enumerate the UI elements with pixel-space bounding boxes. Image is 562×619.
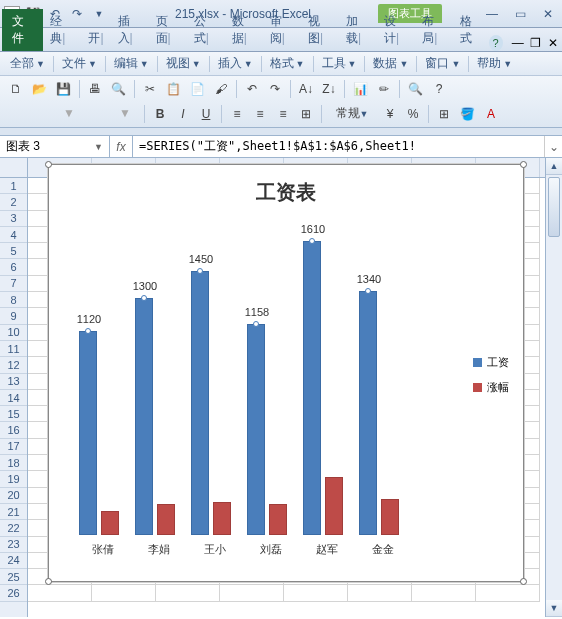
bar-series-2[interactable] bbox=[325, 477, 343, 535]
tab-design[interactable]: 设计| bbox=[377, 9, 415, 51]
file-tab[interactable]: 文件 bbox=[2, 9, 43, 51]
row-header[interactable]: 20 bbox=[0, 488, 27, 504]
align-right-icon[interactable]: ≡ bbox=[273, 104, 293, 124]
row-header[interactable]: 4 bbox=[0, 227, 27, 243]
cell[interactable] bbox=[284, 585, 348, 601]
row-header[interactable]: 24 bbox=[0, 553, 27, 569]
menu-edit[interactable]: 编辑 ▼ bbox=[110, 55, 153, 72]
percent-icon[interactable]: % bbox=[403, 104, 423, 124]
row-header[interactable]: 22 bbox=[0, 520, 27, 536]
resize-handle-icon[interactable] bbox=[520, 161, 527, 168]
row-header[interactable]: 6 bbox=[0, 259, 27, 275]
row-header[interactable]: 12 bbox=[0, 357, 27, 373]
close-button[interactable]: ✕ bbox=[538, 6, 558, 22]
row-header[interactable]: 19 bbox=[0, 471, 27, 487]
scroll-up-icon[interactable]: ▲ bbox=[546, 158, 562, 175]
bar-series-1[interactable] bbox=[135, 298, 153, 535]
copy-icon[interactable]: 📋 bbox=[163, 79, 184, 99]
chart-icon[interactable]: 📊 bbox=[350, 79, 371, 99]
row-header[interactable]: 21 bbox=[0, 504, 27, 520]
row-header[interactable]: 23 bbox=[0, 537, 27, 553]
resize-handle-icon[interactable] bbox=[520, 578, 527, 585]
menu-help[interactable]: 帮助 ▼ bbox=[473, 55, 516, 72]
tab-data[interactable]: 数据| bbox=[225, 9, 263, 51]
print-icon[interactable]: 🖶 bbox=[85, 79, 105, 99]
legend-item[interactable]: 涨幅 bbox=[473, 380, 509, 395]
tab-view[interactable]: 视图| bbox=[301, 9, 339, 51]
bar-series-2[interactable] bbox=[269, 504, 287, 535]
help-icon[interactable]: ? bbox=[489, 35, 503, 51]
row-header[interactable]: 1 bbox=[0, 178, 27, 194]
select-all-corner[interactable] bbox=[0, 158, 27, 178]
cell[interactable] bbox=[348, 585, 412, 601]
sort-desc-icon[interactable]: Z↓ bbox=[319, 79, 339, 99]
cell[interactable] bbox=[220, 585, 284, 601]
row-header[interactable]: 18 bbox=[0, 455, 27, 471]
italic-icon[interactable]: I bbox=[173, 104, 193, 124]
chart-legend[interactable]: 工资 涨幅 bbox=[473, 355, 509, 405]
row-header[interactable]: 7 bbox=[0, 276, 27, 292]
tab-home[interactable]: 开| bbox=[81, 26, 110, 51]
row-header[interactable]: 25 bbox=[0, 569, 27, 585]
font-selector[interactable]: ▼ bbox=[6, 104, 96, 124]
chart-title[interactable]: 工资表 bbox=[49, 165, 523, 214]
legend-item[interactable]: 工资 bbox=[473, 355, 509, 370]
underline-icon[interactable]: U bbox=[196, 104, 216, 124]
bar-series-2[interactable] bbox=[213, 502, 231, 535]
resize-handle-icon[interactable] bbox=[45, 161, 52, 168]
row-header[interactable]: 3 bbox=[0, 211, 27, 227]
tab-insert[interactable]: 插入| bbox=[111, 9, 149, 51]
name-box-dropdown-icon[interactable]: ▼ bbox=[94, 142, 103, 152]
workbook-restore-button[interactable]: ❐ bbox=[527, 35, 545, 51]
bar-series-2[interactable] bbox=[101, 511, 119, 535]
qat-dropdown-icon[interactable]: ▼ bbox=[90, 5, 108, 23]
open-icon[interactable]: 📂 bbox=[29, 79, 50, 99]
row-header[interactable]: 15 bbox=[0, 406, 27, 422]
scroll-down-icon[interactable]: ▼ bbox=[546, 600, 562, 617]
workbook-minimize-button[interactable]: — bbox=[509, 35, 527, 51]
name-box[interactable]: 图表 3 ▼ bbox=[0, 136, 110, 157]
drawing-icon[interactable]: ✏ bbox=[374, 79, 394, 99]
bar-series-1[interactable] bbox=[303, 241, 321, 535]
align-left-icon[interactable]: ≡ bbox=[227, 104, 247, 124]
bar-series-1[interactable] bbox=[359, 291, 377, 535]
row-header[interactable]: 16 bbox=[0, 422, 27, 438]
row-header[interactable]: 11 bbox=[0, 341, 27, 357]
menu-window[interactable]: 窗口 ▼ bbox=[421, 55, 464, 72]
menu-file[interactable]: 文件 ▼ bbox=[58, 55, 101, 72]
cell[interactable] bbox=[156, 585, 220, 601]
resize-handle-icon[interactable] bbox=[45, 578, 52, 585]
formula-input[interactable] bbox=[133, 136, 544, 157]
cell[interactable] bbox=[92, 585, 156, 601]
tab-layout[interactable]: 布局| bbox=[415, 9, 453, 51]
vertical-scrollbar[interactable]: ▲ ▼ bbox=[545, 158, 562, 617]
new-icon[interactable]: 🗋 bbox=[6, 79, 26, 99]
format-painter-icon[interactable]: 🖌 bbox=[211, 79, 231, 99]
maximize-button[interactable]: ▭ bbox=[510, 6, 530, 22]
zoom-icon[interactable]: 🔍 bbox=[405, 79, 426, 99]
menu-all[interactable]: 全部 ▼ bbox=[6, 55, 49, 72]
merge-cells-icon[interactable]: ⊞ bbox=[296, 104, 316, 124]
fx-icon[interactable]: fx bbox=[110, 140, 132, 154]
row-header[interactable]: 5 bbox=[0, 243, 27, 259]
redo-button-icon[interactable]: ↷ bbox=[265, 79, 285, 99]
chart-plot-area[interactable]: 1120张倩1300李娟1450王小1158刘磊1610赵军1340金金 bbox=[69, 225, 429, 535]
font-size-selector[interactable]: ▼ bbox=[99, 104, 139, 124]
cell[interactable] bbox=[412, 585, 476, 601]
tab-review[interactable]: 审阅| bbox=[263, 9, 301, 51]
formula-expand-icon[interactable]: ⌄ bbox=[544, 136, 562, 157]
print-preview-icon[interactable]: 🔍 bbox=[108, 79, 129, 99]
cell[interactable] bbox=[476, 585, 540, 601]
number-format-selector[interactable]: 常规 ▼ bbox=[327, 104, 377, 124]
tab-page-layout[interactable]: 页面| bbox=[149, 9, 187, 51]
menu-tools[interactable]: 工具 ▼ bbox=[318, 55, 361, 72]
currency-icon[interactable]: ¥ bbox=[380, 104, 400, 124]
cell[interactable] bbox=[28, 585, 92, 601]
bar-series-1[interactable] bbox=[79, 331, 97, 535]
font-color-icon[interactable]: A bbox=[481, 104, 501, 124]
row-header[interactable]: 26 bbox=[0, 585, 27, 601]
tab-formulas[interactable]: 公式| bbox=[187, 9, 225, 51]
bar-series-1[interactable] bbox=[191, 271, 209, 535]
row-header[interactable]: 14 bbox=[0, 390, 27, 406]
row-header[interactable]: 2 bbox=[0, 194, 27, 210]
